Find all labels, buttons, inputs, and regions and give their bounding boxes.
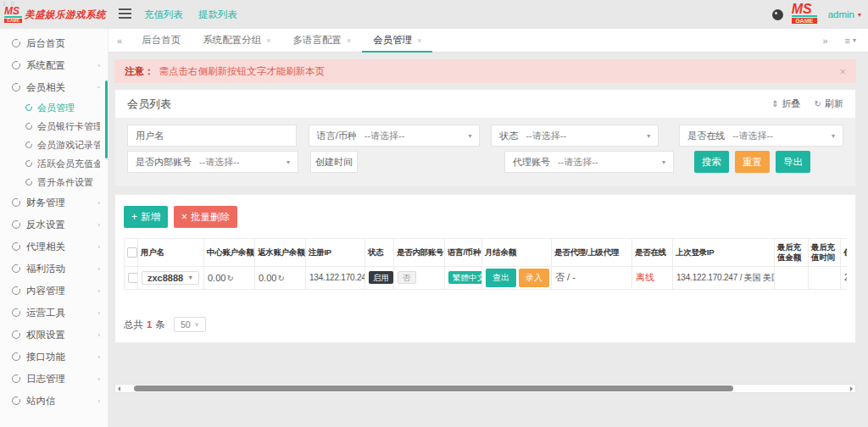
- nav-recharge-list[interactable]: 充值列表: [144, 8, 183, 21]
- member-list-panel: 会员列表 ⇕ 折叠 ↻ 刷新 用户名 语言/币种: [114, 89, 856, 186]
- sidebar-item-active-member-recharge[interactable]: 活跃会员充值金额设置: [0, 154, 108, 173]
- sidebar-item-label: 后台首页: [26, 37, 65, 50]
- sidebar-item-member-related[interactable]: 会员相关›: [0, 76, 108, 98]
- chevron-down-icon: ▾: [287, 158, 290, 166]
- tab-home[interactable]: 后台首页: [131, 29, 192, 53]
- add-button[interactable]: + 新增: [124, 206, 168, 228]
- batch-delete-button[interactable]: × 批量删除: [174, 206, 237, 228]
- sidebar-item-label: 会员相关: [26, 81, 65, 94]
- circle-icon: [25, 160, 32, 167]
- chevron-right-icon: ›: [97, 199, 100, 207]
- chevron-right-icon: ›: [97, 243, 100, 251]
- column-header: 上次登录IP: [673, 239, 775, 267]
- sidebar-item-label: 代理相关: [26, 241, 65, 253]
- sidebar-item-welfare-activities[interactable]: 福利活动›: [0, 258, 108, 280]
- tab-close-icon[interactable]: ×: [417, 36, 421, 45]
- refresh-button[interactable]: ↻ 刷新: [815, 97, 843, 110]
- reset-button[interactable]: 重置: [735, 151, 770, 173]
- theme-palette-icon[interactable]: [772, 9, 783, 20]
- refresh-balance-icon[interactable]: ↻: [277, 274, 284, 283]
- monthly-checkout-button[interactable]: 查出: [486, 269, 516, 287]
- chevron-right-icon: ›: [97, 353, 100, 361]
- refresh-balance-icon[interactable]: ↻: [226, 274, 233, 283]
- scroll-right-arrow-icon[interactable]: [850, 386, 853, 391]
- chevron-down-icon: ▾: [832, 132, 835, 140]
- sidebar-item-rebate-settings[interactable]: 反水设置›: [0, 214, 108, 236]
- sidebar: 后台首页系统配置›会员相关›会员管理会员银行卡管理会员游戏记录管理活跃会员充值金…: [0, 29, 108, 427]
- plus-icon: +: [131, 211, 137, 223]
- sidebar-item-label: 运营工具: [26, 307, 65, 319]
- username-field[interactable]: 用户名: [127, 125, 297, 147]
- sidebar-item-system-config[interactable]: 系统配置›: [0, 54, 108, 76]
- close-icon: ×: [181, 211, 187, 223]
- circle-icon: [12, 330, 20, 339]
- sidebar-item-operation-tools[interactable]: 运营工具›: [0, 302, 108, 324]
- status-badge[interactable]: 启用: [369, 271, 393, 284]
- sidebar-item-permission-settings[interactable]: 权限设置›: [0, 324, 108, 346]
- page-size-select[interactable]: 50 ∨: [174, 317, 206, 332]
- app-title: 美盛娱乐游戏系统: [25, 8, 106, 21]
- agent-account-select[interactable]: 代理账号 --请选择-- ▾: [504, 151, 674, 173]
- column-header: 是否在线: [632, 239, 673, 267]
- select-all-checkbox[interactable]: [127, 247, 137, 258]
- hamburger-icon[interactable]: [119, 8, 131, 21]
- monthly-input-button[interactable]: 录入: [519, 269, 549, 287]
- chevron-right-icon: ›: [97, 62, 100, 69]
- row-checkbox[interactable]: [128, 273, 138, 283]
- export-button[interactable]: 导出: [776, 151, 810, 173]
- sidebar-item-content-management[interactable]: 内容管理›: [0, 280, 108, 302]
- search-button[interactable]: 搜索: [694, 151, 729, 173]
- refresh-icon: ↻: [815, 99, 821, 108]
- tab-multi-language-config[interactable]: 多语言配置×: [281, 29, 362, 53]
- tab-member-management[interactable]: 会员管理×: [362, 29, 432, 53]
- member-table-wrap: 用户名中心账户余额返水账户余额注册IP状态是否内部账号语言/币种月结余额是否代理…: [124, 238, 847, 290]
- total-label: 总共: [124, 319, 143, 331]
- circle-icon: [12, 264, 20, 273]
- online-status: 离线: [636, 272, 654, 282]
- tabs-scroll-right-icon[interactable]: »: [822, 36, 827, 46]
- circle-icon: [12, 39, 20, 47]
- sidebar-item-promotion-conditions[interactable]: 晋升条件设置: [0, 173, 108, 191]
- language-select[interactable]: 语言/币种 --请选择-- ▾: [309, 125, 481, 147]
- tabs-menu-icon[interactable]: ≡ ▾: [845, 36, 856, 46]
- sidebar-scrollbar-thumb[interactable]: [105, 80, 108, 158]
- internal-account-select[interactable]: 是否内部账号 --请选择-- ▾: [127, 151, 298, 173]
- chevron-right-icon: ›: [97, 287, 100, 295]
- tab-close-icon[interactable]: ×: [266, 36, 270, 45]
- collapse-button[interactable]: ⇕ 折叠: [771, 97, 800, 110]
- chevron-right-icon: ›: [95, 86, 103, 89]
- sidebar-item-api-functions[interactable]: 接口功能›: [0, 346, 108, 368]
- sidebar-item-member-management[interactable]: 会员管理: [0, 98, 108, 117]
- chevron-down-icon: ▾: [647, 132, 650, 140]
- scroll-left-arrow-icon[interactable]: [118, 386, 120, 391]
- tabs-scroll-left-icon[interactable]: «: [108, 36, 131, 46]
- last-recharge-amount: [775, 266, 809, 289]
- sidebar-item-site-messages[interactable]: 站内信›: [0, 390, 108, 412]
- sidebar-item-member-bank-card[interactable]: 会员银行卡管理: [0, 117, 108, 136]
- sidebar-item-member-game-records[interactable]: 会员游戏记录管理: [0, 136, 108, 154]
- horizontal-scrollbar[interactable]: [114, 384, 856, 393]
- column-header: 是否内部账号: [394, 239, 445, 267]
- notice-text: 需点击右侧刷新按钮文字才能刷新本页: [159, 65, 326, 78]
- user-menu[interactable]: admin ▾: [828, 9, 861, 19]
- online-select[interactable]: 是否在线 --请选择-- ▾: [679, 125, 843, 147]
- sidebar-item-label: 系统配置: [26, 59, 65, 72]
- sidebar-item-agent-related[interactable]: 代理相关›: [0, 236, 108, 258]
- created-time-field[interactable]: 创建时间: [310, 151, 358, 173]
- scrollbar-thumb[interactable]: [134, 385, 733, 391]
- notice-close-icon[interactable]: ×: [839, 65, 846, 78]
- username-dropdown[interactable]: zxc8888 ▼: [142, 271, 199, 285]
- nav-withdraw-list[interactable]: 提款列表: [198, 8, 237, 21]
- column-header: 返水账户余额: [255, 239, 306, 267]
- sidebar-item-home[interactable]: 后台首页: [0, 32, 108, 54]
- sidebar-item-finance[interactable]: 财务管理›: [0, 191, 108, 214]
- chevron-right-icon: ›: [97, 265, 100, 273]
- tab-close-icon[interactable]: ×: [347, 36, 351, 45]
- app-logo[interactable]: MS GAME 美盛娱乐游戏系统: [0, 0, 108, 29]
- member-table-panel: + 新增 × 批量删除 用户名中心账户余额返水账户余额注册IP状态是否内部账号语…: [114, 194, 856, 343]
- sidebar-item-log-management[interactable]: 日志管理›: [0, 368, 108, 390]
- circle-icon: [12, 220, 20, 229]
- tab-system-config-group[interactable]: 系统配置分组×: [192, 29, 281, 53]
- circle-icon: [25, 141, 32, 148]
- status-select[interactable]: 状态 --请选择-- ▾: [491, 125, 659, 147]
